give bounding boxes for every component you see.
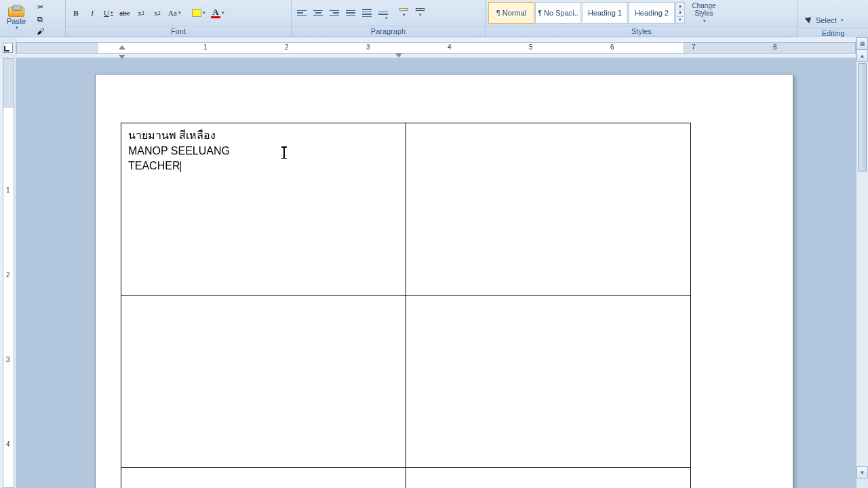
highlight-button[interactable]: ▾ — [190, 5, 208, 20]
align-left-button[interactable] — [294, 5, 309, 20]
style-gallery: ¶ Normal ¶ No Spaci.. Heading 1 Heading … — [488, 2, 685, 24]
chevron-down-icon: ▾ — [703, 17, 706, 24]
document-table[interactable]: นายมานพ สีเหลือง MANOP SEELUANG TEACHER — [121, 123, 691, 488]
document-area: 1 2 3 4 นายมานพ สีเหลือง MANOP SEELUANG … — [0, 58, 856, 488]
ruler-num: 6 — [610, 43, 614, 51]
group-editing: x Select ▾ Editing — [798, 0, 868, 37]
group-styles: ¶ Normal ¶ No Spaci.. Heading 1 Heading … — [486, 0, 798, 37]
select-button[interactable]: Select ▾ — [804, 14, 863, 26]
table-cell[interactable] — [406, 468, 691, 489]
select-label: Select — [816, 16, 837, 24]
group-paragraph: ▾ ▾ ▾ Paragraph — [292, 0, 486, 37]
ruler-num: 3 — [366, 43, 370, 51]
align-center-button[interactable] — [311, 5, 326, 20]
vertical-ruler[interactable]: 1 2 3 4 — [0, 58, 16, 488]
vertical-scrollbar[interactable]: ▦ ▲ ▼ — [856, 37, 868, 488]
bucket-icon — [399, 8, 408, 11]
scroll-up-button[interactable]: ▲ — [856, 49, 868, 62]
text-line[interactable]: TEACHER — [128, 159, 399, 174]
italic-button[interactable]: I — [85, 5, 100, 20]
ruler-num: 1 — [203, 43, 208, 51]
style-normal[interactable]: ¶ Normal — [488, 2, 534, 24]
right-indent[interactable] — [395, 54, 402, 58]
table-cell[interactable] — [406, 123, 691, 296]
paste-button[interactable]: Paste ▾ — [3, 7, 30, 30]
document-viewport[interactable]: นายมานพ สีเหลือง MANOP SEELUANG TEACHER — [16, 58, 856, 488]
ruler-num: 7 — [692, 43, 696, 51]
scroll-down-button[interactable]: ▼ — [856, 466, 868, 479]
change-case-button[interactable]: Aa▾ — [166, 5, 183, 20]
group-label-paragraph: Paragraph — [292, 26, 485, 37]
cut-button[interactable]: ✂ — [33, 1, 47, 12]
copy-button[interactable]: ⧉ — [33, 14, 47, 24]
paste-label: Paste — [7, 17, 26, 25]
group-clipboard: Paste ▾ ✂ ⧉ 🖌 Clipboard — [0, 0, 66, 37]
chevron-down-icon: ▾ — [16, 25, 18, 30]
change-styles-button[interactable]: Change Styles ▾ — [688, 1, 720, 24]
font-color-icon: A — [211, 8, 220, 18]
font-color-button[interactable]: A▾ — [209, 5, 226, 20]
table-cell[interactable] — [121, 468, 406, 489]
change-styles-label: Change Styles — [688, 2, 720, 17]
page[interactable]: นายมานพ สีเหลือง MANOP SEELUANG TEACHER — [95, 74, 793, 488]
scrollbar-track[interactable] — [856, 62, 868, 466]
style-gallery-scroll[interactable]: ▲ ▼ ▾ — [675, 2, 685, 24]
first-line-indent[interactable] — [119, 45, 125, 49]
i-beam-cursor-icon — [283, 146, 285, 159]
ruler-num: 5 — [529, 43, 533, 51]
style-no-spacing[interactable]: ¶ No Spaci.. — [535, 2, 581, 24]
line-spacing-button[interactable]: ▾ — [376, 5, 391, 20]
distribute-button[interactable] — [359, 5, 374, 20]
brush-icon: 🖌 — [37, 27, 44, 35]
table-cell[interactable] — [406, 296, 691, 468]
superscript-button[interactable]: x2 — [150, 5, 165, 20]
ruler-num: 8 — [773, 43, 777, 51]
underline-button[interactable]: U▾ — [101, 5, 116, 20]
borders-button[interactable]: ▾ — [412, 5, 427, 20]
bold-button[interactable]: B — [68, 5, 83, 20]
chevron-down-icon[interactable]: ▼ — [676, 9, 684, 16]
ruler-num: 4 — [448, 43, 452, 51]
text-cursor — [180, 161, 181, 172]
horizontal-ruler[interactable]: 1 2 3 4 5 6 7 8 — [16, 42, 856, 54]
style-heading2[interactable]: Heading 2 — [629, 2, 675, 24]
highlight-icon — [192, 9, 201, 17]
pointer-icon — [806, 16, 813, 25]
strikethrough-button[interactable]: abc — [117, 5, 132, 20]
table-cell[interactable]: นายมานพ สีเหลือง MANOP SEELUANG TEACHER — [121, 123, 406, 296]
ruler-num: 2 — [285, 43, 289, 51]
paste-icon — [8, 7, 24, 17]
chevron-down-icon: ▾ — [841, 18, 844, 23]
group-label-styles: Styles — [486, 26, 797, 37]
text-line[interactable]: MANOP SEELUANG — [128, 144, 399, 159]
subscript-button[interactable]: x2 — [134, 5, 149, 20]
group-font: B I U▾ abc x2 x2 Aa▾ ▾ A▾ Font — [66, 0, 292, 37]
align-right-button[interactable] — [327, 5, 342, 20]
shading-button[interactable]: ▾ — [396, 5, 411, 20]
justify-button[interactable] — [343, 5, 358, 20]
scrollbar-corner — [856, 479, 868, 488]
group-label-font: Font — [66, 26, 291, 37]
table-cell[interactable] — [121, 296, 406, 468]
scissors-icon: ✂ — [37, 3, 43, 12]
border-icon — [416, 8, 425, 11]
scrollbar-thumb[interactable] — [858, 63, 867, 171]
chevron-up-icon[interactable]: ▲ — [676, 3, 684, 9]
style-heading1[interactable]: Heading 1 — [582, 2, 628, 24]
format-painter-button[interactable]: 🖌 — [33, 26, 47, 37]
ruler-toggle[interactable]: ▦ — [856, 37, 868, 49]
more-icon[interactable]: ▾ — [676, 17, 684, 23]
ruler-area: 1 2 3 4 5 6 7 8 — [0, 37, 868, 58]
copy-icon: ⧉ — [37, 15, 43, 24]
text-line[interactable]: นายมานพ สีเหลือง — [128, 128, 399, 143]
ribbon: Paste ▾ ✂ ⧉ 🖌 Clipboard B I U▾ abc x2 x2… — [0, 0, 868, 37]
tab-selector[interactable] — [0, 37, 16, 58]
